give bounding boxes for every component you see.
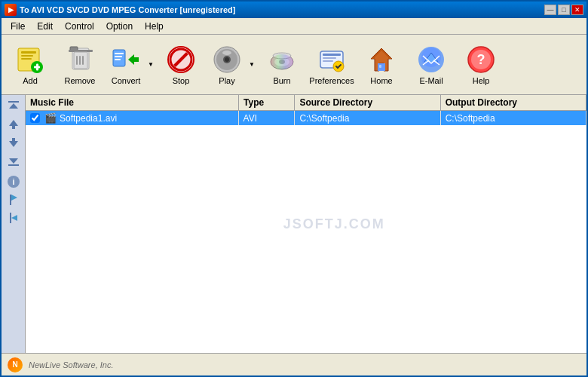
- titlebar-controls: — □ ✕: [544, 5, 583, 15]
- svg-rect-15: [79, 56, 81, 65]
- svg-rect-6: [36, 63, 38, 70]
- row-checkbox[interactable]: [30, 113, 40, 123]
- sidebar-info[interactable]: i: [5, 173, 22, 190]
- svg-rect-16: [82, 56, 84, 65]
- svg-rect-59: [10, 195, 11, 205]
- email-label: E-Mail: [419, 76, 443, 85]
- remove-label: Remove: [65, 76, 96, 85]
- svg-rect-1: [21, 51, 36, 54]
- cell-source-dir: C:\Softpedia: [295, 111, 440, 126]
- play-button[interactable]: Play: [207, 38, 247, 91]
- remove-icon: [65, 44, 95, 75]
- stop-label: Stop: [173, 76, 190, 85]
- play-button-group: Play ▼: [207, 38, 256, 91]
- cell-type: AVI: [239, 111, 295, 126]
- preferences-button[interactable]: Preferences: [308, 38, 356, 91]
- svg-text:i: i: [12, 177, 14, 186]
- sidebar-move-up[interactable]: [5, 116, 22, 133]
- preferences-icon: [317, 44, 347, 75]
- maximize-button[interactable]: □: [558, 5, 570, 15]
- toolbar-wrapper: Add: [2, 35, 586, 95]
- remove-button[interactable]: Remove: [56, 38, 104, 91]
- svg-rect-42: [379, 65, 381, 68]
- stop-button[interactable]: Stop: [157, 38, 205, 91]
- add-label: Add: [23, 76, 38, 85]
- svg-point-29: [222, 51, 231, 55]
- svg-marker-56: [9, 158, 18, 164]
- svg-point-28: [225, 57, 229, 62]
- svg-rect-54: [12, 138, 15, 141]
- svg-point-34: [271, 54, 293, 69]
- convert-label: Convert: [112, 76, 141, 85]
- menu-help[interactable]: Help: [139, 20, 170, 33]
- sidebar: i: [2, 95, 26, 353]
- sidebar-flag[interactable]: [5, 192, 22, 208]
- menu-control[interactable]: Control: [59, 20, 100, 33]
- col-music-file: Music File: [26, 95, 239, 111]
- app-icon: ▶: [5, 4, 17, 16]
- svg-rect-36: [323, 54, 341, 56]
- svg-rect-61: [10, 213, 11, 223]
- svg-rect-37: [323, 57, 336, 59]
- file-table: Music File Type Source Directory Output …: [26, 95, 586, 125]
- list-container: Music File Type Source Directory Output …: [26, 95, 586, 353]
- svg-rect-55: [8, 164, 19, 166]
- svg-rect-14: [76, 56, 78, 65]
- svg-rect-20: [115, 59, 121, 60]
- play-label: Play: [219, 76, 234, 85]
- svg-rect-2: [21, 55, 33, 57]
- convert-button[interactable]: Convert: [106, 38, 146, 91]
- svg-rect-38: [323, 60, 333, 62]
- convert-button-group: Convert ▼: [106, 38, 155, 91]
- svg-marker-53: [9, 141, 18, 147]
- svg-text:?: ?: [477, 52, 485, 67]
- svg-rect-19: [115, 56, 122, 57]
- stop-icon: [166, 44, 196, 75]
- burn-label: Burn: [273, 76, 290, 85]
- convert-arrow[interactable]: ▼: [146, 38, 155, 91]
- svg-rect-49: [8, 101, 19, 103]
- sidebar-move-bottom[interactable]: [5, 152, 22, 169]
- sidebar-bookmark[interactable]: [5, 210, 22, 226]
- svg-rect-3: [21, 58, 32, 60]
- add-button[interactable]: Add: [6, 38, 54, 91]
- home-label: Home: [370, 76, 392, 85]
- statusbar-logo: N: [8, 357, 23, 372]
- window-title: To AVI VCD SVCD DVD MPEG Converter [unre…: [20, 5, 235, 14]
- add-icon: [15, 44, 45, 75]
- minimize-button[interactable]: —: [544, 5, 556, 15]
- watermark-text: JSOFTJ.COM: [283, 216, 385, 232]
- file-list-area: Music File Type Source Directory Output …: [26, 95, 586, 353]
- col-type: Type: [239, 95, 295, 111]
- statusbar: N NewLive Software, Inc.: [2, 353, 586, 375]
- cell-music-file: 🎬 Softpedia1.avi: [26, 111, 239, 125]
- home-button[interactable]: Home: [357, 38, 406, 91]
- help-label: Help: [473, 76, 490, 85]
- sidebar-move-top[interactable]: [5, 98, 22, 115]
- col-output-dir: Output Directory: [440, 95, 586, 111]
- toolbar: Add: [2, 35, 586, 95]
- burn-icon: [267, 44, 297, 75]
- play-icon: [212, 44, 242, 75]
- statusbar-text: NewLive Software, Inc.: [29, 360, 114, 369]
- menu-file[interactable]: File: [5, 20, 31, 33]
- table-row[interactable]: 🎬 Softpedia1.avi AVI C:\Softpedia C:\Sof…: [26, 111, 586, 126]
- close-button[interactable]: ✕: [571, 5, 583, 15]
- menu-option[interactable]: Option: [100, 20, 139, 33]
- main-window: ▶ To AVI VCD SVCD DVD MPEG Converter [un…: [0, 0, 588, 377]
- svg-marker-62: [11, 215, 17, 221]
- svg-marker-60: [11, 195, 17, 201]
- svg-rect-52: [12, 126, 15, 129]
- convert-icon: [111, 44, 141, 75]
- sidebar-move-down[interactable]: [5, 134, 22, 151]
- menu-edit[interactable]: Edit: [31, 20, 59, 33]
- help-button[interactable]: ? Help: [457, 38, 505, 91]
- burn-button[interactable]: Burn: [258, 38, 306, 91]
- titlebar: ▶ To AVI VCD SVCD DVD MPEG Converter [un…: [2, 2, 586, 18]
- play-arrow[interactable]: ▼: [247, 38, 256, 91]
- menubar: File Edit Control Option Help: [2, 18, 586, 35]
- email-button[interactable]: E-Mail: [407, 38, 455, 91]
- cell-output-dir: C:\Softpedia: [440, 111, 586, 126]
- svg-rect-18: [115, 53, 124, 54]
- col-source-dir: Source Directory: [295, 95, 440, 111]
